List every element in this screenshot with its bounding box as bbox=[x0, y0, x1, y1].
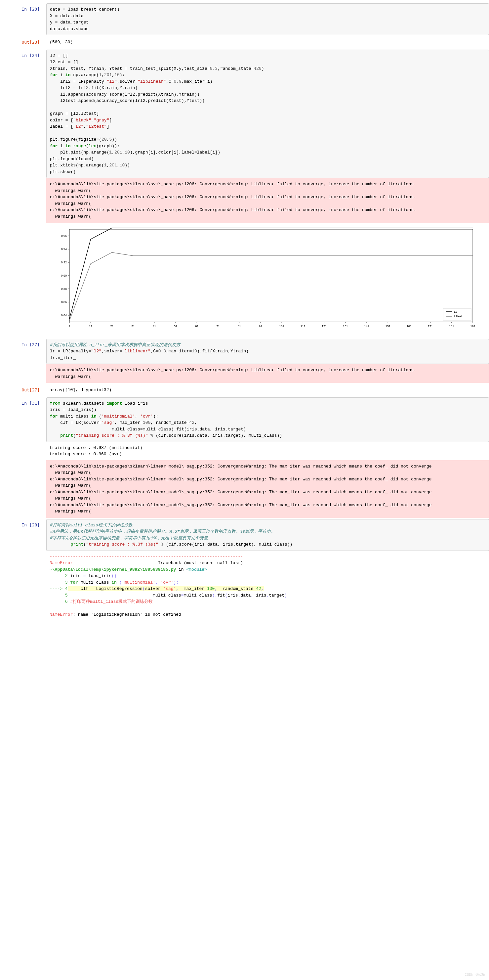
prompt-in-28: In [28]: bbox=[0, 519, 46, 621]
t: 'multinomial' bbox=[122, 580, 155, 585]
t: iris bbox=[70, 573, 83, 578]
t: data.target bbox=[57, 20, 89, 25]
code-input-28[interactable]: #打印两种multi_class模式下的训练分数 #%的用法，用%来代替打印的字… bbox=[46, 519, 489, 551]
t: data.data bbox=[57, 14, 83, 19]
t: Traceback (most recent call last) bbox=[158, 560, 243, 565]
t: for bbox=[50, 414, 57, 419]
t: for bbox=[50, 72, 57, 78]
t: ] bbox=[107, 124, 110, 129]
t: "training score : %.3f (%s)" bbox=[86, 542, 158, 547]
t: = bbox=[207, 66, 210, 71]
t: 'multinomial' bbox=[102, 414, 135, 419]
t: = bbox=[204, 586, 207, 591]
t: in bbox=[65, 143, 71, 148]
t: "training score : %.3f (%s)" bbox=[76, 433, 148, 438]
t: ): bbox=[153, 414, 158, 419]
t: , bbox=[156, 580, 158, 585]
t: clf bbox=[81, 586, 91, 591]
t: <module> bbox=[186, 567, 206, 572]
t: for bbox=[70, 580, 78, 585]
svg-text:61: 61 bbox=[195, 325, 198, 328]
t: multi_class bbox=[78, 580, 111, 585]
t: "l2" bbox=[107, 79, 117, 84]
t: 100 bbox=[143, 420, 151, 425]
t: ,C bbox=[151, 349, 156, 354]
t: np.arange( bbox=[70, 72, 99, 78]
t: 3 bbox=[49, 580, 70, 585]
t: = bbox=[205, 79, 207, 84]
t: in bbox=[111, 580, 117, 585]
t: multi_class bbox=[50, 427, 140, 432]
t: color bbox=[50, 118, 65, 123]
t: #我们可以使用属性.n_iter_来调用本次求解中真正实现的迭代次数 bbox=[50, 342, 181, 347]
t: 4 bbox=[89, 156, 91, 161]
t: #打印两种multi_class模式下的训练分数 bbox=[70, 599, 153, 604]
svg-text:11: 11 bbox=[89, 325, 92, 328]
t: , bbox=[194, 420, 197, 425]
svg-text:101: 101 bbox=[279, 325, 284, 328]
t: LR(solver bbox=[73, 420, 99, 425]
t: data bbox=[240, 593, 251, 598]
t: print bbox=[70, 542, 83, 547]
t: [] bbox=[70, 60, 78, 65]
t: #%的用法，用%来代替打印的字符串中，想由变量替换的部分。%.3f表示，保留三位… bbox=[50, 529, 275, 534]
t: , bbox=[176, 586, 179, 591]
t: (clf.score(iris.data, iris.target), mult… bbox=[153, 433, 282, 438]
t: = bbox=[181, 593, 184, 598]
t: 10 bbox=[192, 349, 197, 354]
t: "liblinear" bbox=[138, 79, 166, 84]
t: ,solver bbox=[117, 79, 135, 84]
t: iris bbox=[253, 593, 266, 598]
cell-23-out: Out[23]: (569, 30) bbox=[0, 37, 489, 48]
t: , bbox=[117, 163, 120, 168]
svg-text:151: 151 bbox=[386, 325, 391, 328]
t: ( bbox=[86, 143, 89, 148]
t: 6 bbox=[49, 599, 70, 604]
t: (clf.score(iris.data, iris.target), mult… bbox=[164, 542, 292, 547]
t: lrl2 bbox=[50, 79, 73, 84]
svg-text:L2test: L2test bbox=[454, 315, 462, 318]
t: 0.3 bbox=[210, 66, 218, 71]
t: , bbox=[261, 586, 264, 591]
svg-text:0.88: 0.88 bbox=[61, 287, 67, 291]
code-input-31[interactable]: from sklearn.datasets import load_iris i… bbox=[46, 397, 489, 442]
t: 2 bbox=[49, 573, 70, 578]
svg-text:41: 41 bbox=[153, 325, 156, 328]
t: train_test_split(X,y,test_size bbox=[127, 66, 207, 71]
t: , max_iter bbox=[114, 420, 140, 425]
t bbox=[50, 542, 70, 547]
prompt-in-27: In [27]: bbox=[0, 339, 46, 383]
t: ) bbox=[91, 156, 94, 161]
svg-text:0.96: 0.96 bbox=[61, 234, 67, 237]
svg-text:0.94: 0.94 bbox=[61, 248, 67, 251]
t: ( bbox=[96, 414, 102, 419]
t: , bbox=[91, 118, 94, 123]
svg-text:121: 121 bbox=[322, 325, 327, 328]
code-input-23[interactable]: data = load_breast_cancer() X = data.dat… bbox=[46, 3, 489, 35]
t: l2test bbox=[50, 60, 68, 65]
t: = bbox=[91, 586, 94, 591]
prompt-out-27: Out[27]: bbox=[0, 384, 46, 396]
t: "l2" bbox=[91, 349, 102, 354]
t: 10 bbox=[114, 72, 120, 78]
t: 4 bbox=[65, 586, 68, 591]
t: plt.show() bbox=[50, 169, 76, 174]
svg-rect-0 bbox=[70, 229, 473, 322]
prompt-in-31: In [31]: bbox=[0, 397, 46, 518]
t: load_breast_cancer() bbox=[65, 7, 120, 12]
t: 10 bbox=[120, 163, 125, 168]
t: ,random_state bbox=[218, 66, 251, 71]
code-input-27[interactable]: #我们可以使用属性.n_iter_来调用本次求解中真正实现的迭代次数 lr = … bbox=[46, 339, 489, 364]
t: sklearn.datasets bbox=[60, 401, 106, 406]
t: lrl2 bbox=[50, 85, 73, 90]
cell-23: In [23]: data = load_breast_cancer() X =… bbox=[0, 3, 489, 35]
t: "gray" bbox=[94, 118, 110, 123]
t: l2test.append(accuracy_score(lrl2.predic… bbox=[50, 98, 205, 103]
t: from bbox=[50, 401, 60, 406]
svg-text:191: 191 bbox=[470, 325, 475, 328]
stdout-31: training score : 0.987 (multinomial) tra… bbox=[46, 442, 489, 460]
code-input-24[interactable]: l2 = [] l2test = [] Xtrain, Xtest, Ytrai… bbox=[46, 49, 489, 178]
t: : name 'LogisticRegression' is not defin… bbox=[73, 612, 181, 617]
t: NameError bbox=[49, 560, 73, 565]
t: 0.8 bbox=[158, 349, 166, 354]
